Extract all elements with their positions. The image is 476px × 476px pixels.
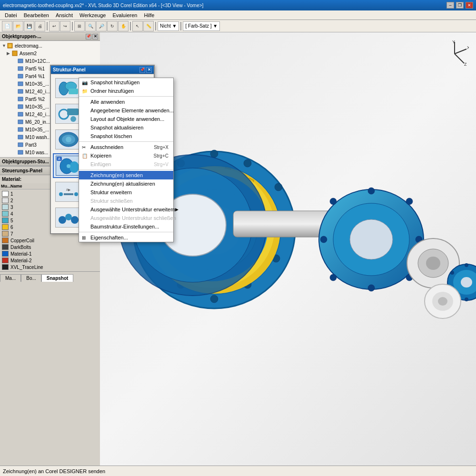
svg-rect-3 — [18, 59, 23, 63]
ctx-unterstruktur-schliessen[interactable]: Ausgewählte Unterstruktur schließen — [79, 214, 173, 222]
close-button[interactable]: ✕ — [466, 2, 473, 9]
mat-swatch-1 — [2, 191, 9, 197]
svg-rect-8 — [18, 97, 23, 101]
svg-point-24 — [66, 137, 71, 142]
ctx-zeichnung-senden[interactable]: Zeichnung(en) senden — [79, 171, 173, 179]
farb-satz-dropdown[interactable]: [ Farb-Satz ] ▼ — [183, 21, 220, 31]
part-icon — [17, 58, 24, 64]
ctx-einfugen[interactable]: Einfügen Strg+V — [79, 160, 173, 169]
ctx-sep3 — [79, 169, 173, 170]
menu-bearbeiten[interactable]: Bearbeiten — [21, 11, 52, 19]
svg-rect-12 — [18, 128, 23, 131]
svg-rect-2 — [12, 51, 17, 56]
mat-swatch-6 — [2, 224, 9, 230]
tab-snapshot[interactable]: Snapshot — [41, 274, 74, 282]
undo-button[interactable]: ↩ — [49, 21, 60, 31]
sep3 — [130, 22, 131, 30]
svg-point-43 — [275, 183, 282, 191]
menu-evaluieren[interactable]: Evaluieren — [109, 11, 140, 19]
menu-werkzeuge[interactable]: Werkzeuge — [77, 11, 109, 19]
objektgruppen-header[interactable]: Objektgruppen-... 📌 ✕ — [0, 32, 100, 41]
ctx-ausschneiden[interactable]: ✂ Ausschneiden Strg+X — [79, 143, 173, 151]
tree-m10-12c[interactable]: M10×12C... — [1, 57, 99, 65]
print-button[interactable]: 🖨 — [35, 21, 45, 31]
root-arrow: ▼ — [2, 43, 7, 48]
ctx-ordner-hinzufugen[interactable]: 📁 Ordner hinzufügen — [79, 87, 173, 95]
tree-root[interactable]: ▼ electromag... — [1, 42, 99, 50]
select-button[interactable]: ↖ — [132, 21, 143, 31]
svg-rect-7 — [18, 89, 23, 93]
sep4 — [155, 22, 156, 30]
mat-material1[interactable]: Material-1 — [1, 250, 99, 257]
new-button[interactable]: 📄 — [2, 21, 12, 31]
ctx-eigenschaften[interactable]: ⊞ Eigenschaften... — [79, 233, 173, 242]
ctx-struktur-schliessen[interactable]: Struktur schließen — [79, 197, 173, 205]
properties-icon: ⊞ — [82, 235, 86, 240]
struktur-pin[interactable]: 📌 — [139, 67, 145, 73]
paste-shortcut: Strg+V — [154, 162, 169, 167]
svg-point-87 — [438, 297, 447, 306]
ctx-angegebene[interactable]: Angegebene Elemente anwenden... — [79, 106, 173, 115]
ctx-snapshot-hinzufugen[interactable]: 📷 Snapshot hinzufügen — [79, 78, 173, 87]
rotate-button[interactable]: ↻ — [107, 21, 118, 31]
zoom-in-button[interactable]: 🔍 — [85, 21, 96, 31]
assem2-icon — [11, 50, 18, 57]
minimize-button[interactable]: – — [446, 2, 454, 9]
ctx-zeichnung-aktualisieren[interactable]: Zeichnung(en) aktualisieren — [79, 179, 173, 188]
cut-shortcut: Strg+X — [154, 145, 169, 150]
open-button[interactable]: 📂 — [13, 21, 23, 31]
farb-satz-label: [ Farb-Satz ] ▼ — [185, 23, 218, 29]
ctx-snapshot-aktualisieren[interactable]: Snapshot aktualisieren — [79, 123, 173, 132]
measure-button[interactable]: 📏 — [143, 21, 154, 31]
mat-xvl[interactable]: XVL_TraceLine — [1, 264, 99, 270]
mat-dark[interactable]: DarkBolts — [1, 244, 99, 250]
tree-root-label: electromag... — [15, 43, 42, 49]
title-controls: – ❐ ✕ — [446, 2, 473, 9]
svg-rect-18 — [69, 89, 78, 94]
svg-point-69 — [368, 285, 375, 291]
zoom-fit-button[interactable]: ⊞ — [74, 21, 85, 31]
struktur-header[interactable]: Struktur-Panel 📌 ✕ — [51, 66, 154, 74]
mat-swatch-material2 — [2, 258, 9, 263]
menu-datei[interactable]: Datei — [2, 11, 20, 19]
save-button[interactable]: 💾 — [24, 21, 34, 31]
tab-ma[interactable]: Ma... — [0, 274, 21, 282]
snapshot-add-icon: 📷 — [82, 80, 88, 85]
ctx-layout[interactable]: Layout auf Objekte anwenden... — [79, 115, 173, 123]
steuerungs-title: Steuerungs-Panel — [2, 168, 42, 173]
ctx-unterstruktur-erweitern[interactable]: Ausgewählte Unterstruktur erweitern ▶ — [79, 205, 173, 214]
svg-rect-5 — [18, 74, 23, 78]
svg-point-65 — [368, 188, 375, 194]
menu-ansicht[interactable]: Ansicht — [53, 11, 76, 19]
zoom-out-button[interactable]: 🔎 — [96, 21, 107, 31]
mat-swatch-material1 — [2, 251, 9, 257]
status-text: Zeichnung(en) an Corel DESIGNER senden — [3, 468, 105, 474]
restore-button[interactable]: ❐ — [456, 2, 464, 9]
panel-close-btn[interactable]: ✕ — [92, 34, 98, 40]
redo-button[interactable]: ↪ — [60, 21, 70, 31]
copy-shortcut: Strg+C — [154, 153, 169, 159]
tab-bo[interactable]: Bo... — [21, 274, 41, 282]
part4-icon — [17, 73, 24, 79]
ctx-kopieren[interactable]: 📋 Kopieren Strg+C — [79, 151, 173, 160]
svg-point-41 — [210, 150, 218, 158]
mat-material2[interactable]: Material-2 — [1, 257, 99, 264]
ctx-snapshot-loschen[interactable]: Snapshot löschen — [79, 132, 173, 140]
struktur-close[interactable]: ✕ — [146, 67, 152, 73]
ctx-struktur-erweitern[interactable]: Struktur erweitern — [79, 188, 173, 197]
tree-assem2[interactable]: ▶ Assem2 — [1, 50, 99, 57]
struktur-btns: 📌 ✕ — [139, 67, 152, 73]
ctx-baumstruktur[interactable]: Baumstruktur-Einstellungen... — [79, 222, 173, 231]
svg-rect-15 — [18, 150, 23, 154]
svg-point-78 — [461, 277, 472, 288]
panel-pin-btn[interactable]: 📌 — [86, 34, 91, 40]
nicht-dropdown[interactable]: Nicht ▼ — [158, 21, 179, 31]
pan-button[interactable]: ✋ — [118, 21, 129, 31]
svg-point-79 — [465, 263, 468, 267]
menu-hilfe[interactable]: Hilfe — [141, 11, 157, 19]
svg-point-72 — [330, 198, 337, 205]
nicht-label: Nicht ▼ — [160, 23, 177, 29]
cut-icon: ✂ — [82, 145, 86, 150]
ctx-alle-anwenden[interactable]: Alle anwenden — [79, 98, 173, 106]
svg-rect-11 — [18, 120, 23, 124]
